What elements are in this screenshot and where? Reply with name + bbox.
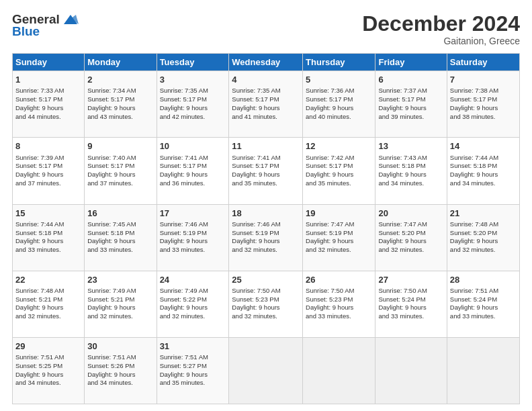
day-info: Sunrise: 7:46 AM Sunset: 5:19 PM Dayligh…	[232, 220, 300, 255]
day-of-week-header: Sunday	[13, 54, 85, 71]
day-of-week-header: Friday	[375, 54, 447, 71]
day-info: Sunrise: 7:34 AM Sunset: 5:17 PM Dayligh…	[87, 87, 153, 121]
day-number: 23	[87, 274, 153, 286]
day-number: 1	[15, 74, 81, 86]
day-number: 25	[232, 274, 300, 286]
day-number: 16	[87, 208, 153, 220]
day-number: 29	[15, 340, 81, 353]
logo-icon	[61, 12, 80, 27]
day-of-week-header: Tuesday	[157, 54, 229, 71]
day-number: 18	[232, 208, 300, 220]
calendar-cell: 1Sunrise: 7:33 AM Sunset: 5:17 PM Daylig…	[13, 71, 85, 138]
calendar-week-row: 8Sunrise: 7:39 AM Sunset: 5:17 PM Daylig…	[13, 138, 520, 204]
calendar-cell	[375, 337, 447, 404]
day-info: Sunrise: 7:41 AM Sunset: 5:17 PM Dayligh…	[232, 154, 300, 188]
day-info: Sunrise: 7:51 AM Sunset: 5:25 PM Dayligh…	[15, 353, 81, 387]
calendar-cell: 18Sunrise: 7:46 AM Sunset: 5:19 PM Dayli…	[229, 204, 303, 271]
day-info: Sunrise: 7:50 AM Sunset: 5:23 PM Dayligh…	[232, 287, 300, 321]
calendar-cell: 2Sunrise: 7:34 AM Sunset: 5:17 PM Daylig…	[85, 71, 157, 138]
calendar-page: General Blue December 2024 Gaitanion, Gr…	[0, 0, 532, 411]
day-number: 11	[232, 140, 300, 152]
calendar-cell: 8Sunrise: 7:39 AM Sunset: 5:17 PM Daylig…	[13, 138, 85, 204]
calendar-cell: 26Sunrise: 7:50 AM Sunset: 5:23 PM Dayli…	[303, 271, 375, 337]
day-number: 20	[378, 208, 443, 220]
calendar-cell: 13Sunrise: 7:43 AM Sunset: 5:18 PM Dayli…	[375, 138, 447, 204]
day-number: 13	[378, 140, 443, 152]
calendar-cell: 19Sunrise: 7:47 AM Sunset: 5:19 PM Dayli…	[303, 204, 375, 271]
day-info: Sunrise: 7:51 AM Sunset: 5:27 PM Dayligh…	[160, 353, 226, 387]
day-info: Sunrise: 7:35 AM Sunset: 5:17 PM Dayligh…	[232, 87, 300, 121]
day-info: Sunrise: 7:47 AM Sunset: 5:20 PM Dayligh…	[378, 220, 443, 255]
day-info: Sunrise: 7:41 AM Sunset: 5:17 PM Dayligh…	[160, 154, 226, 188]
day-info: Sunrise: 7:51 AM Sunset: 5:26 PM Dayligh…	[87, 353, 153, 387]
day-number: 31	[160, 340, 226, 353]
day-number: 21	[450, 208, 517, 220]
day-info: Sunrise: 7:39 AM Sunset: 5:17 PM Dayligh…	[15, 154, 81, 188]
calendar-cell: 25Sunrise: 7:50 AM Sunset: 5:23 PM Dayli…	[229, 271, 303, 337]
day-number: 2	[87, 74, 153, 86]
day-number: 30	[87, 340, 153, 353]
day-info: Sunrise: 7:36 AM Sunset: 5:17 PM Dayligh…	[306, 87, 372, 121]
calendar-cell	[229, 337, 303, 404]
calendar-cell: 28Sunrise: 7:51 AM Sunset: 5:24 PM Dayli…	[447, 271, 519, 337]
day-number: 24	[160, 274, 226, 286]
day-info: Sunrise: 7:43 AM Sunset: 5:18 PM Dayligh…	[378, 154, 443, 188]
calendar-cell: 16Sunrise: 7:45 AM Sunset: 5:18 PM Dayli…	[85, 204, 157, 271]
calendar-week-row: 29Sunrise: 7:51 AM Sunset: 5:25 PM Dayli…	[13, 337, 520, 404]
day-info: Sunrise: 7:49 AM Sunset: 5:22 PM Dayligh…	[160, 287, 226, 321]
location: Gaitanion, Greece	[362, 36, 520, 46]
logo-blue-text: Blue	[12, 24, 40, 39]
day-info: Sunrise: 7:44 AM Sunset: 5:18 PM Dayligh…	[15, 220, 81, 255]
day-info: Sunrise: 7:46 AM Sunset: 5:19 PM Dayligh…	[160, 220, 226, 255]
calendar-week-row: 15Sunrise: 7:44 AM Sunset: 5:18 PM Dayli…	[13, 204, 520, 271]
day-of-week-header: Monday	[85, 54, 157, 71]
day-number: 10	[160, 140, 226, 152]
calendar-cell: 10Sunrise: 7:41 AM Sunset: 5:17 PM Dayli…	[157, 138, 229, 204]
day-number: 12	[306, 140, 372, 152]
logo: General Blue	[12, 12, 80, 39]
day-info: Sunrise: 7:51 AM Sunset: 5:24 PM Dayligh…	[450, 287, 517, 321]
calendar-cell: 29Sunrise: 7:51 AM Sunset: 5:25 PM Dayli…	[13, 337, 85, 404]
day-info: Sunrise: 7:42 AM Sunset: 5:17 PM Dayligh…	[306, 154, 372, 188]
calendar-cell: 22Sunrise: 7:48 AM Sunset: 5:21 PM Dayli…	[13, 271, 85, 337]
day-info: Sunrise: 7:33 AM Sunset: 5:17 PM Dayligh…	[15, 87, 81, 121]
day-number: 15	[15, 208, 81, 220]
day-of-week-header: Thursday	[303, 54, 375, 71]
day-info: Sunrise: 7:44 AM Sunset: 5:18 PM Dayligh…	[450, 154, 517, 188]
day-number: 26	[306, 274, 372, 286]
day-number: 8	[15, 140, 81, 152]
day-number: 4	[232, 74, 300, 86]
calendar-cell: 31Sunrise: 7:51 AM Sunset: 5:27 PM Dayli…	[157, 337, 229, 404]
calendar-cell: 14Sunrise: 7:44 AM Sunset: 5:18 PM Dayli…	[447, 138, 519, 204]
calendar-cell: 12Sunrise: 7:42 AM Sunset: 5:17 PM Dayli…	[303, 138, 375, 204]
day-number: 17	[160, 208, 226, 220]
calendar-cell: 4Sunrise: 7:35 AM Sunset: 5:17 PM Daylig…	[229, 71, 303, 138]
day-number: 9	[87, 140, 153, 152]
calendar-table: SundayMondayTuesdayWednesdayThursdayFrid…	[12, 53, 520, 404]
day-number: 27	[378, 274, 443, 286]
calendar-week-row: 1Sunrise: 7:33 AM Sunset: 5:17 PM Daylig…	[13, 71, 520, 138]
day-info: Sunrise: 7:38 AM Sunset: 5:17 PM Dayligh…	[450, 87, 517, 121]
day-number: 6	[378, 74, 443, 86]
day-number: 19	[306, 208, 372, 220]
day-number: 22	[15, 274, 81, 286]
calendar-cell: 11Sunrise: 7:41 AM Sunset: 5:17 PM Dayli…	[229, 138, 303, 204]
calendar-cell: 21Sunrise: 7:48 AM Sunset: 5:20 PM Dayli…	[447, 204, 519, 271]
day-number: 14	[450, 140, 517, 152]
day-number: 3	[160, 74, 226, 86]
day-info: Sunrise: 7:47 AM Sunset: 5:19 PM Dayligh…	[306, 220, 372, 255]
calendar-cell: 30Sunrise: 7:51 AM Sunset: 5:26 PM Dayli…	[85, 337, 157, 404]
day-number: 7	[450, 74, 517, 86]
day-number: 28	[450, 274, 517, 286]
month-title: December 2024	[362, 12, 520, 36]
calendar-cell: 15Sunrise: 7:44 AM Sunset: 5:18 PM Dayli…	[13, 204, 85, 271]
calendar-week-row: 22Sunrise: 7:48 AM Sunset: 5:21 PM Dayli…	[13, 271, 520, 337]
day-info: Sunrise: 7:48 AM Sunset: 5:20 PM Dayligh…	[450, 220, 517, 255]
calendar-cell	[447, 337, 519, 404]
title-block: December 2024 Gaitanion, Greece	[362, 12, 520, 46]
header-row: SundayMondayTuesdayWednesdayThursdayFrid…	[13, 54, 520, 71]
day-of-week-header: Wednesday	[229, 54, 303, 71]
day-info: Sunrise: 7:48 AM Sunset: 5:21 PM Dayligh…	[15, 287, 81, 321]
calendar-cell	[303, 337, 375, 404]
calendar-cell: 5Sunrise: 7:36 AM Sunset: 5:17 PM Daylig…	[303, 71, 375, 138]
